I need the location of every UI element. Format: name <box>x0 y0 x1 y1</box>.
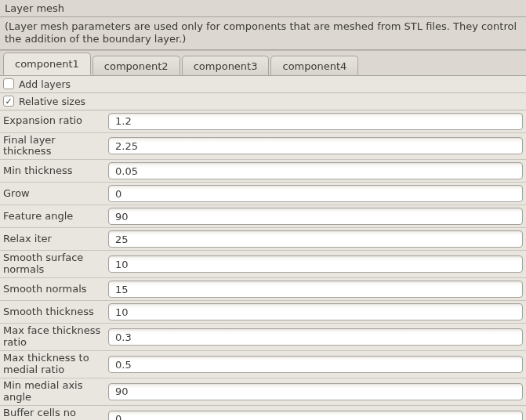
tabs-container: component1component2component3component4… <box>0 50 526 421</box>
label-smooth_normals: Smooth normals <box>0 282 107 297</box>
input-max_face_thickness_ratio[interactable] <box>108 328 523 346</box>
label-max_thickness_to_medial_ratio: Max thickness to medial ratio <box>0 351 107 378</box>
input-wrap-smooth_surface_normals <box>107 254 526 274</box>
label-relax_iter: Relax iter <box>0 232 107 247</box>
relative-sizes-checkbox[interactable] <box>3 96 14 107</box>
input-wrap-relax_iter <box>107 229 526 249</box>
input-wrap-feature_angle <box>107 206 526 226</box>
add-layers-checkbox[interactable] <box>3 78 14 89</box>
label-final_layer_thickness: Final layer thickness <box>0 133 107 160</box>
fields-area: Expansion ratioFinal layer thicknessMin … <box>0 110 526 421</box>
label-grow: Grow <box>0 186 107 201</box>
label-feature_angle: Feature angle <box>0 209 107 224</box>
field-row-smooth_thickness: Smooth thickness <box>0 301 526 324</box>
label-smooth_surface_normals: Smooth surface normals <box>0 251 107 277</box>
tab-component3[interactable]: component3 <box>182 56 270 76</box>
input-feature_angle[interactable] <box>108 208 523 225</box>
field-row-relax_iter: Relax iter <box>0 228 526 251</box>
input-wrap-final_layer_thickness <box>107 136 526 156</box>
input-wrap-max_thickness_to_medial_ratio <box>107 354 526 375</box>
label-expansion_ratio: Expansion ratio <box>0 114 107 129</box>
add-layers-row[interactable]: Add layers <box>0 76 526 93</box>
input-wrap-expansion_ratio <box>107 111 526 132</box>
layer-mesh-panel: Layer mesh (Layer mesh parameters are us… <box>0 0 526 420</box>
input-smooth_normals[interactable] <box>108 281 523 298</box>
tab-strip: component1component2component3component4 <box>0 51 526 75</box>
label-smooth_thickness: Smooth thickness <box>0 305 107 320</box>
input-min_medial_axis_angle[interactable] <box>108 383 523 400</box>
label-buffer_cells_no_extrude: Buffer cells no extrude <box>0 406 107 420</box>
input-wrap-min_thickness <box>107 161 526 181</box>
tab-content-component1: Add layers Relative sizes Expansion rati… <box>0 75 526 421</box>
field-row-min_thickness: Min thickness <box>0 160 526 183</box>
field-row-max_thickness_to_medial_ratio: Max thickness to medial ratio <box>0 351 526 378</box>
tab-component2[interactable]: component2 <box>93 56 180 76</box>
field-row-expansion_ratio: Expansion ratio <box>0 110 526 133</box>
input-max_thickness_to_medial_ratio[interactable] <box>108 356 523 373</box>
input-wrap-max_face_thickness_ratio <box>107 327 526 347</box>
field-row-buffer_cells_no_extrude: Buffer cells no extrude <box>0 406 526 420</box>
field-row-smooth_normals: Smooth normals <box>0 278 526 301</box>
label-max_face_thickness_ratio: Max face thickness ratio <box>0 324 107 350</box>
relative-sizes-row[interactable]: Relative sizes <box>0 93 526 110</box>
input-wrap-grow <box>107 183 526 204</box>
panel-description: (Layer mesh parameters are used only for… <box>0 17 526 50</box>
input-smooth_surface_normals[interactable] <box>108 255 523 273</box>
input-wrap-smooth_normals <box>107 279 526 299</box>
input-buffer_cells_no_extrude[interactable] <box>108 411 523 420</box>
field-row-feature_angle: Feature angle <box>0 205 526 228</box>
field-row-final_layer_thickness: Final layer thickness <box>0 133 526 161</box>
field-row-min_medial_axis_angle: Min medial axis angle <box>0 378 526 406</box>
input-min_thickness[interactable] <box>108 162 523 179</box>
panel-title: Layer mesh <box>0 0 526 17</box>
input-grow[interactable] <box>108 185 523 202</box>
label-min_medial_axis_angle: Min medial axis angle <box>0 378 107 405</box>
input-smooth_thickness[interactable] <box>108 303 523 320</box>
input-wrap-min_medial_axis_angle <box>107 382 526 402</box>
input-relax_iter[interactable] <box>108 230 523 248</box>
field-row-grow: Grow <box>0 183 526 205</box>
input-expansion_ratio[interactable] <box>108 113 523 130</box>
input-wrap-buffer_cells_no_extrude <box>107 409 526 420</box>
input-final_layer_thickness[interactable] <box>108 137 523 154</box>
relative-sizes-label: Relative sizes <box>19 96 85 107</box>
field-row-max_face_thickness_ratio: Max face thickness ratio <box>0 324 526 351</box>
tab-component4[interactable]: component4 <box>270 56 358 76</box>
input-wrap-smooth_thickness <box>107 302 526 322</box>
add-layers-label: Add layers <box>19 78 71 90</box>
tab-component1[interactable]: component1 <box>3 52 91 75</box>
field-row-smooth_surface_normals: Smooth surface normals <box>0 251 526 278</box>
label-min_thickness: Min thickness <box>0 164 107 179</box>
